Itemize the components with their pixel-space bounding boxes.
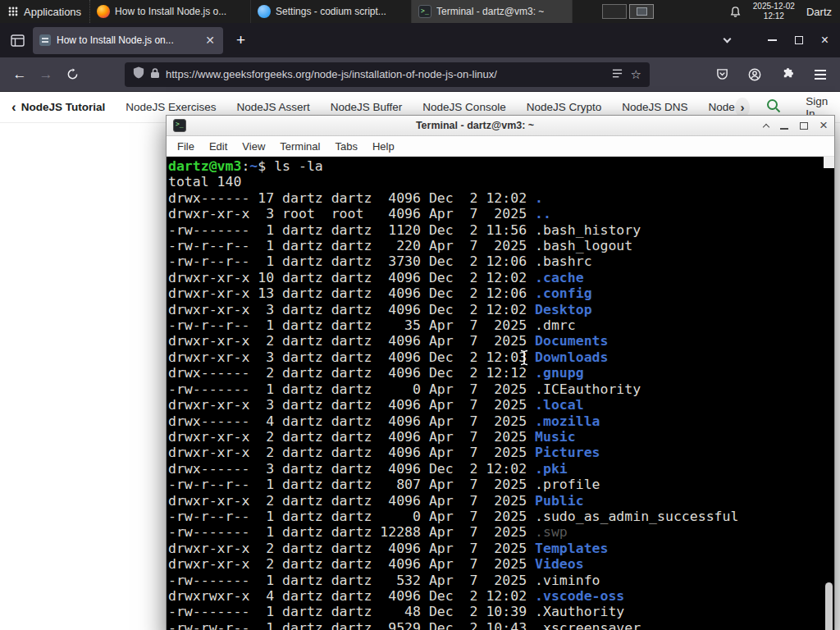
file-name: .. xyxy=(535,206,551,221)
sitenav-item[interactable]: NodeJS Crypto xyxy=(527,101,602,113)
sitenav-item[interactable]: NodeJS Buffer xyxy=(331,101,403,113)
browser-navbar: ← → https://www.geeksforgeeks.org/node-j… xyxy=(0,57,840,92)
terminal-line: -rw------- 1 dartz dartz 48 Dec 2 10:39 … xyxy=(168,604,834,619)
pocket-icon[interactable] xyxy=(709,62,735,87)
sitenav-item[interactable]: NodeJS DNS xyxy=(622,101,687,113)
list-all-tabs-icon[interactable] xyxy=(724,39,730,42)
line-prefix: drwxr-xr-x 2 dartz dartz 4096 Apr 7 2025 xyxy=(168,429,535,445)
terminal-titlebar[interactable]: Terminal - dartz@vm3: ~ × xyxy=(167,116,834,136)
scrollbar-thumb[interactable] xyxy=(825,582,833,630)
back-button[interactable]: ← xyxy=(7,62,33,87)
file-name: Pictures xyxy=(535,445,600,460)
terminal-maximize-button[interactable] xyxy=(800,122,808,130)
tracking-shield-icon[interactable] xyxy=(133,66,144,82)
sitenav-item[interactable]: NodeJS Tutorial xyxy=(21,101,106,113)
file-name: .bashrc xyxy=(535,253,592,269)
sitenav-item[interactable]: NodeJS Exercises xyxy=(126,101,216,113)
extensions-icon[interactable] xyxy=(774,62,801,87)
file-name: Desktop xyxy=(535,302,592,317)
file-name: .config xyxy=(535,285,592,301)
terminal-line: drwxr-xr-x 13 dartz dartz 4096 Dec 2 12:… xyxy=(168,285,834,301)
terminal-line: drwxr-xr-x 3 root root 4096 Apr 7 2025 .… xyxy=(168,206,834,221)
terminal-line: drwxr-xr-x 2 dartz dartz 4096 Apr 7 2025… xyxy=(168,556,834,572)
menu-hamburger-icon[interactable] xyxy=(807,62,833,87)
lock-icon[interactable] xyxy=(150,67,160,82)
file-name: Music xyxy=(535,429,576,445)
terminal-body[interactable]: dartz@vm3:~$ ls -la total 140drwx------ … xyxy=(167,157,834,630)
sitenav-item[interactable]: NodeJS Assert xyxy=(236,101,309,113)
menu-terminal[interactable]: Terminal xyxy=(272,140,327,153)
browser-maximize-button[interactable] xyxy=(795,36,803,44)
forward-button[interactable]: → xyxy=(33,62,59,87)
taskbar-window-vscodium[interactable]: Settings - codium script... xyxy=(251,0,412,23)
taskbar-window-title: How to Install Node.js o... xyxy=(115,6,226,17)
file-name: .swp xyxy=(535,524,568,540)
browser-tab[interactable]: How to Install Node.js on... ✕ xyxy=(33,27,223,54)
terminal-line: -rw-rw-r-- 1 dartz dartz 9529 Dec 2 10:4… xyxy=(168,620,834,630)
user-menu[interactable]: Dartz xyxy=(806,6,832,18)
file-name: Public xyxy=(535,493,584,509)
line-prefix: drwxr-xr-x 3 dartz dartz 4096 Dec 2 12:0… xyxy=(168,349,535,365)
bookmark-star-icon[interactable]: ☆ xyxy=(631,67,641,82)
tab-favicon xyxy=(39,34,51,46)
tab-close-icon[interactable]: ✕ xyxy=(203,34,217,46)
terminal-line: drwxr-xr-x 2 dartz dartz 4096 Apr 7 2025… xyxy=(168,333,834,349)
browser-close-button[interactable]: × xyxy=(821,34,829,47)
new-tab-button[interactable]: + xyxy=(231,31,250,49)
notification-bell-icon[interactable] xyxy=(729,6,742,18)
menu-view[interactable]: View xyxy=(235,140,272,153)
menu-help[interactable]: Help xyxy=(365,140,402,153)
menu-tabs[interactable]: Tabs xyxy=(327,140,364,153)
sitenav-item[interactable]: NodeJS Console xyxy=(422,101,505,113)
nav-scroll-right-icon[interactable]: › xyxy=(735,98,751,117)
site-search-icon[interactable] xyxy=(766,98,781,116)
terminal-shade-button[interactable] xyxy=(763,123,769,130)
terminal-line: drwx------ 17 dartz dartz 4096 Dec 2 12:… xyxy=(168,190,834,206)
browser-window-controls: × xyxy=(768,34,833,47)
file-name: .cache xyxy=(535,270,584,285)
clock-time: 12:12 xyxy=(753,11,795,21)
applications-menu-button[interactable]: Applications xyxy=(0,0,90,23)
taskbar-window-terminal[interactable]: Terminal - dartz@vm3: ~ xyxy=(412,0,573,23)
typed-command: ls -la xyxy=(266,158,323,174)
reload-button[interactable] xyxy=(59,62,85,87)
file-name: .gnupg xyxy=(535,365,584,381)
taskbar-window-firefox[interactable]: How to Install Node.js o... xyxy=(90,0,251,23)
terminal-line: -rw-r--r-- 1 dartz dartz 807 Apr 7 2025 … xyxy=(168,477,834,492)
file-name: .vscode-oss xyxy=(535,588,624,604)
menu-file[interactable]: File xyxy=(170,140,202,153)
browser-minimize-button[interactable] xyxy=(768,39,777,41)
applications-label: Applications xyxy=(24,6,81,18)
line-prefix: -rw------- 1 dartz dartz 12288 Apr 7 202… xyxy=(168,524,535,540)
account-icon[interactable] xyxy=(742,62,768,87)
line-prefix: -rw-r--r-- 1 dartz dartz 220 Apr 7 2025 xyxy=(168,238,535,253)
terminal-close-button[interactable]: × xyxy=(819,120,828,131)
line-prefix: drwx------ 17 dartz dartz 4096 Dec 2 12:… xyxy=(168,190,535,206)
workspace-1[interactable] xyxy=(602,4,627,19)
scrollbar-top-button[interactable] xyxy=(824,157,834,168)
terminal-line: -rw------- 1 dartz dartz 532 Apr 7 2025 … xyxy=(168,573,834,588)
line-prefix: drwxr-xr-x 10 dartz dartz 4096 Dec 2 12:… xyxy=(168,270,535,285)
workspace-2[interactable] xyxy=(629,4,654,19)
workspace-switcher[interactable] xyxy=(602,4,654,19)
line-prefix: drwxr-xr-x 2 dartz dartz 4096 Apr 7 2025 xyxy=(168,445,535,460)
line-prefix: -rw-r--r-- 1 dartz dartz 0 Apr 7 2025 xyxy=(168,509,535,524)
file-name: .ICEauthority xyxy=(535,381,641,397)
menu-edit[interactable]: Edit xyxy=(202,140,235,153)
sitenav-item[interactable]: Node xyxy=(709,101,735,113)
line-prefix: -rw-rw-r-- 1 dartz dartz 9529 Dec 2 10:4… xyxy=(168,620,535,630)
url-bar[interactable]: https://www.geeksforgeeks.org/node-js/in… xyxy=(125,62,650,87)
terminal-scrollbar[interactable] xyxy=(824,157,834,630)
vscodium-icon xyxy=(258,5,271,18)
line-prefix: -rw-r--r-- 1 dartz dartz 35 Apr 7 2025 xyxy=(168,317,535,333)
reader-view-icon[interactable] xyxy=(612,67,623,82)
terminal-minimize-button[interactable] xyxy=(780,128,788,130)
terminal-window: Terminal - dartz@vm3: ~ × FileEditViewTe… xyxy=(166,115,835,630)
clock-date: 2025-12-02 xyxy=(753,2,795,11)
terminal-line: drwxrwxr-x 4 dartz dartz 4096 Dec 2 12:0… xyxy=(168,588,834,604)
firefox-view-icon[interactable] xyxy=(7,30,28,51)
clock[interactable]: 2025-12-02 12:12 xyxy=(753,2,795,21)
nav-scroll-left-icon[interactable]: ‹ xyxy=(11,99,16,116)
terminal-line: drwxr-xr-x 10 dartz dartz 4096 Dec 2 12:… xyxy=(168,270,834,285)
line-prefix: drwx------ 3 dartz dartz 4096 Dec 2 12:0… xyxy=(168,461,535,477)
